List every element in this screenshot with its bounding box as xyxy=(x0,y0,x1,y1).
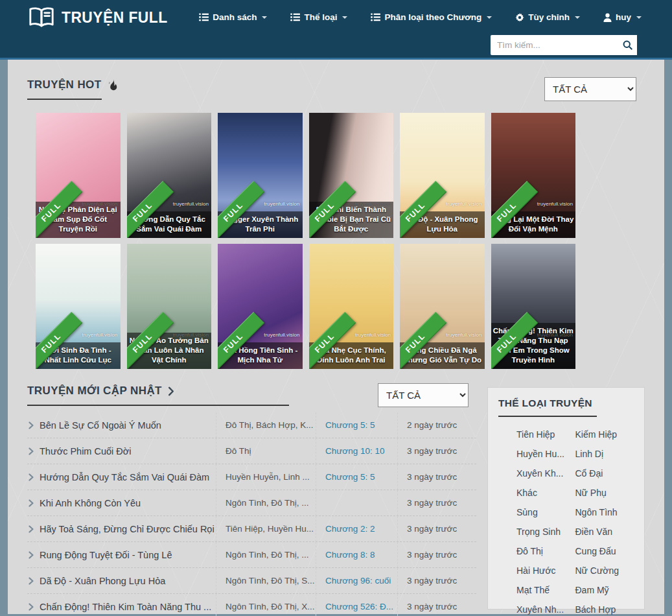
book-cover-image: truyenfull.vision FULL Trời Sinh Đa Tình… xyxy=(36,244,121,369)
story-genres: Huyền Huyễn, Linh ... xyxy=(216,464,316,490)
cover-watermark: truyenfull.vision xyxy=(82,332,117,338)
hot-book-card[interactable]: truyenfull.vision FULL Nắng Chiều Đã Ngả… xyxy=(400,244,485,369)
genre-link[interactable]: Kiếm Hiệp xyxy=(575,425,634,444)
site-logo[interactable]: TRUYỆN FULL xyxy=(28,6,173,28)
hot-book-card[interactable]: truyenfull.vision FULL Sau Khi Biến Thàn… xyxy=(309,113,394,238)
table-row: Dã Độ - Xuân Phong Lựu Hỏa Ngôn Tình, Đô… xyxy=(27,568,476,594)
hot-book-card[interactable]: truyenfull.vision FULL Nữ Phụ Phản Diện … xyxy=(36,113,121,238)
latest-section-label: TRUYỆN MỚI CẬP NHẬT xyxy=(27,385,162,397)
genre-link[interactable]: Ngôn Tình xyxy=(575,503,634,522)
genres-panel: THỂ LOẠI TRUYỆN Tiên HiệpHuyền Hu...Xuyê… xyxy=(487,387,645,610)
latest-filter-select[interactable]: TẤT CẢ xyxy=(378,383,469,407)
latest-chapter-link[interactable]: Chương 8: 8 xyxy=(325,550,375,560)
story-genres: Đô Thị xyxy=(216,438,316,464)
list-icon xyxy=(199,13,209,21)
caret-down-icon xyxy=(487,16,492,19)
story-title-link[interactable]: Rung Động Tuyệt Đối - Tùng Lê xyxy=(40,550,172,560)
genre-link[interactable]: Đam Mỹ xyxy=(575,580,634,600)
genre-link[interactable]: Trọng Sinh xyxy=(516,522,575,541)
story-title-link[interactable]: Thước Phim Cuối Đời xyxy=(40,446,132,456)
genre-link[interactable]: Nữ Phụ xyxy=(575,483,634,503)
hot-book-card[interactable]: truyenfull.vision FULL Hướng Dẫn Quy Tắc… xyxy=(127,113,212,238)
story-genres: Tiên Hiệp, Huyền Hu... xyxy=(216,516,316,541)
genre-link[interactable]: Sủng xyxy=(516,503,575,522)
story-genres: Đô Thị, Bách Hợp, K... xyxy=(216,412,316,438)
page-content: TRUYỆN HOT TẤT CẢ truyenfull.vision FULL… xyxy=(8,60,664,614)
genres-column-right: Kiếm HiệpLinh DịCổ ĐạiNữ PhụNgôn TìnhĐiề… xyxy=(575,425,634,616)
nav-item-label: huy xyxy=(616,12,631,22)
chevron-right-icon xyxy=(29,499,34,507)
updated-time: 3 ngày trước xyxy=(397,438,476,464)
story-title-link[interactable]: Hãy Toả Sáng, Đừng Chỉ Được Chiếu Rọi xyxy=(40,524,214,534)
hot-section-title: TRUYỆN HOT xyxy=(27,78,102,100)
nav-item-danh-sach[interactable]: Danh sách xyxy=(199,12,267,22)
nav-item-tuy-chinh[interactable]: Tùy chỉnh xyxy=(515,12,580,22)
cover-watermark: truyenfull.vision xyxy=(264,201,299,207)
open-book-icon xyxy=(28,6,55,28)
genre-link[interactable]: Huyền Hu... xyxy=(516,444,575,464)
hot-book-card[interactable]: truyenfull.vision FULL Chấn Động! Thiên … xyxy=(491,244,576,369)
nav-item-label: Danh sách xyxy=(213,12,257,22)
hot-book-card[interactable]: truyenfull.vision FULL Dã Độ - Xuân Phon… xyxy=(400,113,485,238)
genre-link[interactable]: Nữ Cường xyxy=(575,561,634,580)
book-cover-image: truyenfull.vision FULL Nữ Phụ Phản Diện … xyxy=(36,113,121,238)
updated-time: 2 ngày trước xyxy=(397,412,476,438)
cover-watermark: truyenfull.vision xyxy=(537,201,573,207)
story-title-link[interactable]: Khi Anh Không Còn Yêu xyxy=(40,498,141,508)
table-row: Khi Anh Không Còn Yêu Ngôn Tình, Đô Thị,… xyxy=(27,490,476,516)
site-header: TRUYỆN FULL Danh sáchThể loạiPhân loại t… xyxy=(0,0,672,60)
hot-books-grid: truyenfull.vision FULL Nữ Phụ Phản Diện … xyxy=(36,113,575,369)
book-cover-image: truyenfull.vision FULL Nắng Chiều Đã Ngả… xyxy=(400,244,485,369)
latest-chapter-link[interactable]: Chương 5: 5 xyxy=(325,472,375,482)
list-icon xyxy=(290,13,300,21)
hot-book-card[interactable]: truyenfull.vision FULL Thả Nhẹ Cục Thính… xyxy=(309,244,394,369)
book-cover-image: truyenfull.vision FULL Hướng Dẫn Quy Tắc… xyxy=(127,113,212,238)
hot-filter-select[interactable]: TẤT CẢ xyxy=(544,77,636,101)
story-title-link[interactable]: Hướng Dẫn Quy Tắc Sắm Vai Quái Đàm xyxy=(40,472,209,482)
latest-chapter-link[interactable]: Chương 526: Đ... xyxy=(325,602,393,611)
nav-item-label: Phân loại theo Chương xyxy=(384,12,481,22)
latest-chapter-link[interactable]: Chương 96: cuối xyxy=(325,576,391,586)
genre-link[interactable]: Mạt Thế xyxy=(516,580,575,600)
genre-link[interactable]: Bách Hợp xyxy=(575,600,634,616)
latest-chapter-link[interactable]: Chương 2: 2 xyxy=(325,524,375,534)
genre-link[interactable]: Điền Văn xyxy=(575,522,634,541)
genre-link[interactable]: Đô Thị xyxy=(516,541,575,561)
genre-link[interactable]: Xuyên Nh... xyxy=(516,600,575,616)
genre-link[interactable]: Cổ Đại xyxy=(575,464,634,483)
hot-book-card[interactable]: truyenfull.vision FULL Trời Sinh Đa Tình… xyxy=(36,244,121,369)
book-cover-image: truyenfull.vision FULL Hoa Hồng Tiên Sin… xyxy=(218,244,303,369)
hot-book-card[interactable]: truyenfull.vision FULL Ngừng Ảo Tưởng Bả… xyxy=(127,244,212,369)
latest-chapter-link[interactable]: Chương 10: 10 xyxy=(325,446,384,456)
genre-link[interactable]: Hài Hước xyxy=(516,561,575,580)
story-genres: Ngôn Tình, Đô Thị, X... xyxy=(216,594,316,616)
table-row: Chấn Động! Thiên Kim Toàn Năng Thu ... N… xyxy=(27,594,476,616)
book-cover-image: truyenfull.vision FULL Sống Lại Một Đời … xyxy=(491,113,576,238)
table-row: Hãy Toả Sáng, Đừng Chỉ Được Chiếu Rọi Ti… xyxy=(27,516,476,542)
story-title-link[interactable]: Dã Độ - Xuân Phong Lựu Hỏa xyxy=(40,576,165,586)
logo-text: TRUYỆN FULL xyxy=(62,8,168,27)
chevron-right-icon xyxy=(29,551,34,559)
genre-link[interactable]: Tiên Hiệp xyxy=(516,425,575,444)
nav-item-phan-loai-theo-chuong[interactable]: Phân loại theo Chương xyxy=(371,12,492,22)
hot-book-card[interactable]: truyenfull.vision FULL Vlogger Xuyên Thà… xyxy=(218,113,303,238)
nav-item-user[interactable]: huy xyxy=(603,12,642,22)
genre-link[interactable]: Khác xyxy=(516,483,575,503)
story-title-link[interactable]: Bên Lề Sự Cố Ngoài Ý Muốn xyxy=(40,420,161,431)
story-title-link[interactable]: Chấn Động! Thiên Kim Toàn Năng Thu ... xyxy=(40,602,211,612)
search-box xyxy=(491,35,637,55)
hot-book-card[interactable]: truyenfull.vision FULL Sống Lại Một Đời … xyxy=(491,113,576,238)
nav-item-the-loai[interactable]: Thể loại xyxy=(290,12,347,22)
updated-time: 3 ngày trước xyxy=(397,594,476,616)
search-icon xyxy=(622,40,633,51)
updated-time: 3 ngày trước xyxy=(397,568,476,593)
list-icon xyxy=(371,13,380,21)
genre-link[interactable]: Cung Đấu xyxy=(575,541,634,561)
search-button[interactable] xyxy=(618,35,637,55)
genre-link[interactable]: Xuyên Kh... xyxy=(516,464,575,483)
hot-book-card[interactable]: truyenfull.vision FULL Hoa Hồng Tiên Sin… xyxy=(218,244,303,369)
latest-chapter-link[interactable]: Chương 5: 5 xyxy=(325,420,375,430)
genre-link[interactable]: Linh Dị xyxy=(575,444,634,464)
search-input[interactable] xyxy=(491,35,618,55)
user-icon xyxy=(603,13,612,22)
